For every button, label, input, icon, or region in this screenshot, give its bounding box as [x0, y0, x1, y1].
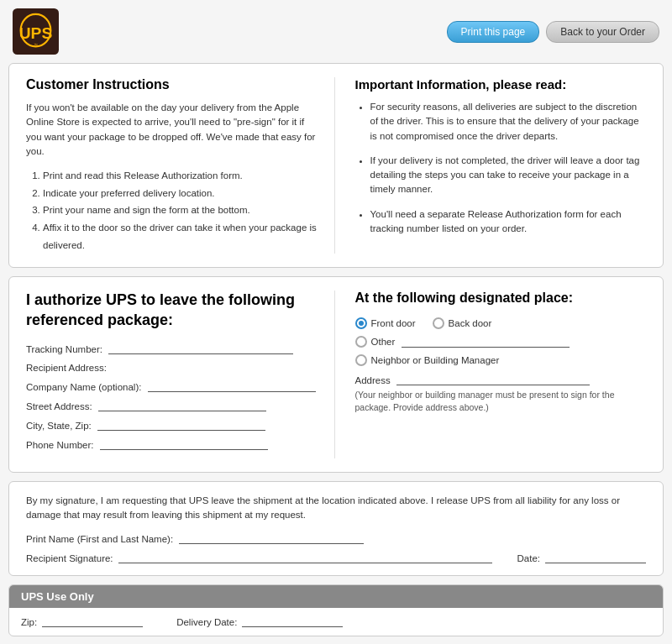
- tracking-number-label: Tracking Number:: [26, 344, 102, 354]
- ups-zip-line: [42, 616, 143, 627]
- ups-delivery-date-line: [242, 616, 343, 627]
- neighbor-address-underline: [396, 374, 590, 385]
- company-name-field: Company Name (optional):: [26, 381, 318, 392]
- door-options-row: Front door Back door: [355, 317, 647, 329]
- company-name-label: Company Name (optional):: [26, 382, 141, 392]
- delivery-place-title: At the following designated place:: [355, 291, 647, 306]
- customer-instructions: Customer Instructions If you won't be av…: [26, 77, 335, 254]
- customer-instructions-steps: Print and read this Release Authorizatio…: [26, 167, 318, 254]
- ups-zip-label: Zip:: [21, 617, 37, 627]
- signature-row: Recipient Signature: Date:: [26, 552, 646, 563]
- city-state-zip-underline: [97, 420, 265, 431]
- date-field: Date:: [517, 552, 647, 563]
- ups-only-body: Zip: Delivery Date:: [9, 608, 663, 636]
- street-address-label: Street Address:: [26, 401, 92, 411]
- recipient-address-field: Recipient Address:: [26, 363, 318, 373]
- important-info: Important Information, please read: For …: [335, 77, 647, 254]
- customer-instructions-title: Customer Instructions: [26, 77, 318, 92]
- print-button[interactable]: Print this page: [447, 21, 540, 43]
- neighbor-address-field: Address: [355, 374, 647, 385]
- back-door-label: Back door: [449, 318, 492, 328]
- city-state-zip-label: City, State, Zip:: [26, 421, 92, 431]
- recipient-sig-label: Recipient Signature:: [26, 553, 113, 563]
- customer-instructions-intro: If you won't be available on the day you…: [26, 101, 318, 159]
- important-info-bullets: For security reasons, all deliveries are…: [355, 100, 647, 236]
- other-label: Other: [371, 337, 396, 347]
- authorization-section: I authorize UPS to leave the following r…: [8, 276, 664, 473]
- header-action-buttons: Print this page Back to your Order: [447, 21, 659, 43]
- ups-delivery-date-label: Delivery Date:: [176, 617, 237, 627]
- ups-only-section: UPS Use Only Zip: Delivery Date:: [8, 584, 664, 636]
- auth-left-panel: I authorize UPS to leave the following r…: [26, 291, 335, 458]
- signature-section: By my signature, I am requesting that UP…: [8, 481, 664, 576]
- company-name-underline: [148, 381, 316, 392]
- back-door-option[interactable]: Back door: [433, 317, 492, 329]
- street-address-underline: [98, 401, 266, 411]
- auth-title: I authorize UPS to leave the following r…: [26, 291, 318, 330]
- neighbor-radio[interactable]: [355, 354, 367, 366]
- recipient-sig-field: Recipient Signature:: [26, 552, 492, 563]
- tracking-number-field: Tracking Number:: [26, 343, 318, 354]
- back-door-radio[interactable]: [433, 317, 444, 329]
- city-state-zip-field: City, State, Zip:: [26, 420, 318, 431]
- svg-text:™: ™: [34, 43, 38, 47]
- bullet-2: If your delivery is not completed, the d…: [370, 154, 647, 197]
- print-name-underline: [179, 533, 364, 544]
- important-info-title: Important Information, please read:: [355, 77, 647, 92]
- signature-disclaimer: By my signature, I am requesting that UP…: [26, 494, 646, 523]
- page-header: UPS ™ Print this page Back to your Order: [0, 0, 672, 63]
- ups-logo-icon: UPS ™: [13, 8, 59, 55]
- print-name-label: Print Name (First and Last Name):: [26, 534, 173, 544]
- front-door-radio[interactable]: [355, 317, 367, 329]
- main-content: Customer Instructions If you won't be av…: [0, 63, 672, 644]
- ups-delivery-date-field: Delivery Date:: [176, 616, 343, 627]
- phone-number-underline: [100, 439, 268, 450]
- front-door-option[interactable]: Front door: [355, 317, 416, 329]
- svg-text:UPS: UPS: [19, 24, 53, 42]
- back-to-order-button[interactable]: Back to your Order: [546, 21, 659, 43]
- neighbor-label: Neighbor or Building Manager: [371, 355, 500, 365]
- step-3: Print your name and sign the form at the…: [43, 202, 318, 219]
- print-name-row: Print Name (First and Last Name):: [26, 533, 646, 544]
- step-1: Print and read this Release Authorizatio…: [43, 167, 318, 185]
- recipient-address-label: Recipient Address:: [26, 363, 107, 373]
- step-2: Indicate your preferred delivery locatio…: [43, 185, 318, 202]
- bullet-1: For security reasons, all deliveries are…: [370, 100, 647, 144]
- recipient-sig-line: [118, 552, 492, 563]
- date-label: Date:: [517, 553, 541, 563]
- neighbor-option[interactable]: Neighbor or Building Manager: [355, 354, 630, 366]
- address-note: (Your neighbor or building manager must …: [355, 389, 647, 413]
- date-line: [545, 552, 646, 563]
- phone-number-label: Phone Number:: [26, 440, 94, 450]
- address-field-label: Address: [355, 375, 391, 385]
- front-door-label: Front door: [371, 318, 416, 328]
- tracking-number-underline: [108, 343, 293, 354]
- other-underline: [402, 337, 570, 348]
- other-radio[interactable]: [355, 336, 367, 348]
- ups-zip-field: Zip:: [21, 616, 143, 627]
- street-address-field: Street Address:: [26, 401, 318, 411]
- other-option-row[interactable]: Other: [355, 336, 647, 348]
- info-section: Customer Instructions If you won't be av…: [8, 63, 664, 268]
- ups-only-title: UPS Use Only: [21, 590, 94, 603]
- step-4: Affix it to the door so the driver can t…: [43, 219, 318, 254]
- ups-only-header: UPS Use Only: [9, 585, 663, 608]
- bullet-3: You'll need a separate Release Authoriza…: [370, 207, 647, 237]
- auth-right-panel: At the following designated place: Front…: [335, 291, 647, 458]
- phone-number-field: Phone Number:: [26, 439, 318, 450]
